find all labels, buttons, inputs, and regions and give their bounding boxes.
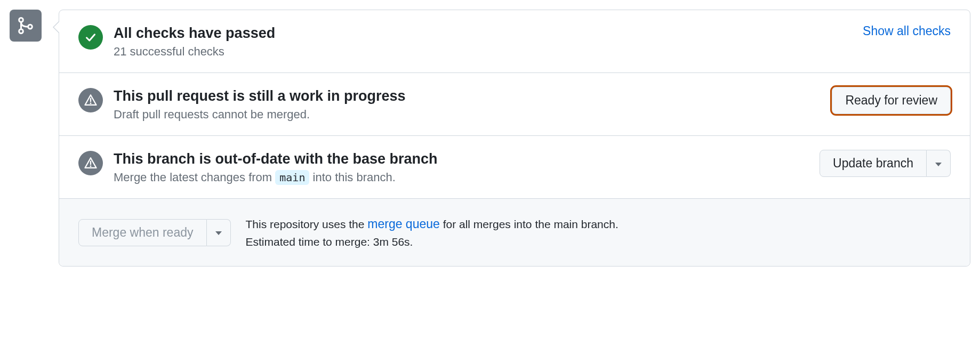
checks-section: All checks have passed 21 successful che… — [59, 10, 970, 73]
success-status-icon — [78, 25, 103, 50]
alert-triangle-icon — [84, 156, 98, 170]
neutral-status-icon — [78, 151, 103, 175]
neutral-status-icon — [78, 88, 103, 112]
merge-queue-link[interactable]: merge queue — [367, 217, 440, 231]
git-merge-badge — [10, 10, 42, 42]
ready-for-review-button[interactable]: Ready for review — [832, 87, 951, 114]
update-branch-button[interactable]: Update branch — [820, 150, 927, 177]
check-icon — [84, 31, 97, 44]
caret-down-icon — [215, 231, 222, 235]
svg-point-1 — [19, 29, 23, 34]
footer-line1-pre: This repository uses the — [246, 218, 368, 230]
draft-title: This pull request is still a work in pro… — [114, 87, 821, 106]
footer-line1-post: for all merges into the main branch. — [440, 218, 618, 230]
merge-footer: Merge when ready This repository uses th… — [59, 199, 970, 266]
base-branch-pill: main — [275, 170, 309, 185]
draft-section: This pull request is still a work in pro… — [59, 73, 970, 136]
svg-point-2 — [28, 25, 33, 29]
footer-line2: Estimated time to merge: 3m 56s. — [246, 233, 618, 251]
outofdate-subtitle: Merge the latest changes from main into … — [114, 171, 809, 184]
git-merge-icon — [17, 17, 35, 35]
update-branch-group: Update branch — [820, 150, 951, 177]
merge-when-ready-button[interactable]: Merge when ready — [78, 219, 207, 246]
svg-point-0 — [19, 18, 23, 22]
outofdate-section: This branch is out-of-date with the base… — [59, 136, 970, 199]
draft-subtitle: Draft pull requests cannot be merged. — [114, 108, 821, 122]
svg-point-4 — [90, 102, 92, 104]
checks-subtitle: 21 successful checks — [114, 45, 852, 59]
outofdate-title: This branch is out-of-date with the base… — [114, 150, 809, 168]
checks-title: All checks have passed — [114, 24, 852, 43]
outofdate-post: into this branch. — [309, 171, 395, 184]
caret-down-icon — [935, 163, 942, 166]
merge-when-ready-dropdown-button[interactable] — [207, 219, 231, 246]
svg-point-6 — [90, 166, 92, 167]
alert-triangle-icon — [84, 93, 98, 107]
merge-footer-text: This repository uses the merge queue for… — [246, 215, 618, 250]
show-all-checks-link[interactable]: Show all checks — [863, 24, 951, 38]
merge-when-ready-group: Merge when ready — [78, 219, 231, 246]
outofdate-pre: Merge the latest changes from — [114, 171, 275, 184]
update-branch-dropdown-button[interactable] — [927, 150, 951, 177]
merge-status-panel: All checks have passed 21 successful che… — [59, 10, 970, 267]
